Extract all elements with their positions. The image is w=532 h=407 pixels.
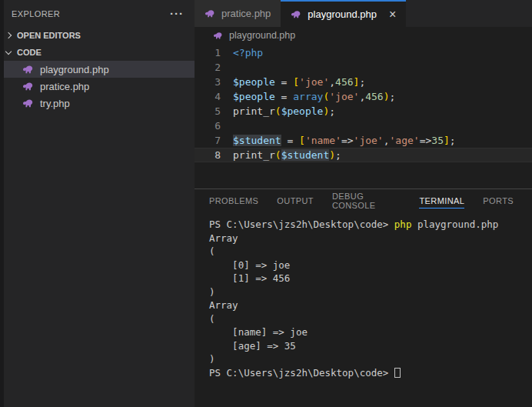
token: $student <box>281 149 330 161</box>
term-line[interactable]: ( <box>209 245 532 259</box>
token: print_r <box>233 105 275 117</box>
close-icon[interactable]: × <box>389 8 396 21</box>
line-number: 5 <box>195 104 233 118</box>
token: ( <box>275 105 281 117</box>
code-line[interactable]: 6 <box>195 118 532 133</box>
token: 'age' <box>390 135 420 146</box>
php-file-icon <box>22 98 35 108</box>
php-file-icon <box>22 82 35 92</box>
code-line[interactable]: 2 <box>195 60 532 75</box>
token: , <box>384 135 390 146</box>
term-line[interactable]: ( <box>209 312 532 326</box>
line-number: 3 <box>195 75 233 89</box>
token: ) <box>384 91 390 102</box>
code-line[interactable]: 8print_r($student); <box>195 148 532 162</box>
token: $people <box>233 91 275 102</box>
token: 'joe' <box>354 135 384 146</box>
term-line[interactable]: Array <box>209 299 532 312</box>
term-line[interactable]: PS C:\Users\jzs2h\Desktop\code> php play… <box>209 218 532 232</box>
token: $people <box>281 105 324 117</box>
token: PS C:\Users\jzs2h\Desktop\code> <box>209 219 394 230</box>
code-line[interactable]: 1<?php <box>195 45 532 60</box>
token: ; <box>450 135 456 146</box>
line-text: Array <box>209 232 532 245</box>
line-text: <?php <box>233 45 263 60</box>
token: ( <box>275 149 281 161</box>
line-text: [1] => 456 <box>209 272 532 285</box>
token: [1] => 456 <box>209 272 290 284</box>
token: [0] => joe <box>209 259 290 271</box>
sidebar-item-pratice-php[interactable]: pratice.php <box>0 78 195 95</box>
explorer-header: EXPLORER ··· <box>0 0 195 27</box>
line-text: $people = array('joe',456); <box>233 89 395 104</box>
line-number: 2 <box>195 60 233 75</box>
code-editor[interactable]: 1<?php23$people = ['joe',456];4$people =… <box>195 44 532 162</box>
chevron-right-icon <box>5 32 12 38</box>
file-name: playground.php <box>40 64 109 75</box>
token: 456 <box>365 91 383 102</box>
breadcrumb[interactable]: playground.php <box>195 27 532 44</box>
line-text: $student = ['name'=>'joe','age'=>35]; <box>233 133 456 148</box>
php-file-icon <box>213 32 224 40</box>
tab-ports[interactable]: PORTS <box>483 189 514 212</box>
sidebar-item-playground-php[interactable]: playground.php <box>0 61 195 78</box>
token: ) <box>329 149 335 161</box>
token: 'name' <box>305 135 341 146</box>
code-line[interactable]: 3$people = ['joe',456]; <box>195 75 532 89</box>
token: ; <box>335 149 341 161</box>
tab-problems[interactable]: PROBLEMS <box>209 189 258 212</box>
code-line[interactable]: 7$student = ['name'=>'joe','age'=>35]; <box>195 133 532 148</box>
tab-debug-console[interactable]: DEBUG CONSOLE <box>332 189 401 212</box>
tab-label: playground.php <box>308 8 377 20</box>
term-line[interactable]: ) <box>209 285 532 299</box>
line-text: print_r($student); <box>233 148 341 162</box>
sidebar-item-try-php[interactable]: try.php <box>0 95 195 112</box>
more-actions-icon[interactable]: ··· <box>170 10 184 18</box>
tab-terminal[interactable]: TERMINAL <box>419 189 464 212</box>
term-line[interactable]: PS C:\Users\jzs2h\Desktop\code> <box>209 366 532 380</box>
term-line[interactable]: [0] => joe <box>209 259 532 272</box>
code-line[interactable]: 5print_r($people); <box>195 104 532 118</box>
line-text: PS C:\Users\jzs2h\Desktop\code> php play… <box>209 218 532 232</box>
code-folder-section[interactable]: CODE <box>0 44 195 61</box>
php-file-icon <box>22 65 35 75</box>
term-line[interactable]: [name] => joe <box>209 325 532 339</box>
token: , <box>329 76 335 88</box>
open-editors-section[interactable]: OPEN EDITORS <box>0 27 195 44</box>
explorer-title: EXPLORER <box>12 9 60 18</box>
bottom-panel: PROBLEMS OUTPUT DEBUG CONSOLE TERMINAL P… <box>195 188 532 407</box>
token: 456 <box>335 76 353 88</box>
code-folder-label: CODE <box>17 48 42 57</box>
tab-output[interactable]: OUTPUT <box>277 189 314 212</box>
token: <?php <box>233 47 263 58</box>
token: playground.php <box>411 219 498 230</box>
token: array <box>293 91 323 102</box>
token: 'joe' <box>329 91 359 102</box>
tab-playground-php[interactable]: playground.php × <box>281 0 406 27</box>
editor-group: pratice.php playground.php × playground.… <box>195 0 532 188</box>
token: => <box>420 135 432 146</box>
line-number: 1 <box>195 45 233 60</box>
code-line[interactable]: 4$people = array('joe',456); <box>195 89 532 104</box>
token: = <box>275 91 293 102</box>
explorer-sidebar: EXPLORER ··· OPEN EDITORS CODE playgroun… <box>0 0 195 407</box>
term-line[interactable]: Array <box>209 232 532 245</box>
terminal-content[interactable]: PS C:\Users\jzs2h\Desktop\code> php play… <box>195 212 532 379</box>
tab-pratice-php[interactable]: pratice.php <box>195 0 281 27</box>
editor-tabbar: pratice.php playground.php × <box>195 0 532 27</box>
term-line[interactable]: [1] => 456 <box>209 272 532 285</box>
term-line[interactable]: [age] => 35 <box>209 339 532 353</box>
open-editors-label: OPEN EDITORS <box>17 31 81 40</box>
line-text: [age] => 35 <box>209 339 532 353</box>
breadcrumb-file: playground.php <box>229 30 295 41</box>
term-line[interactable]: ) <box>209 352 532 366</box>
line-number: 7 <box>195 133 233 148</box>
file-name: pratice.php <box>40 81 89 92</box>
token: Array <box>209 232 238 244</box>
code-lines: 1<?php23$people = ['joe',456];4$people =… <box>195 45 532 162</box>
token: [ <box>293 76 299 88</box>
file-name: try.php <box>40 98 70 109</box>
line-text: ) <box>209 285 532 299</box>
token: = <box>275 76 293 88</box>
token: [ <box>299 135 305 146</box>
